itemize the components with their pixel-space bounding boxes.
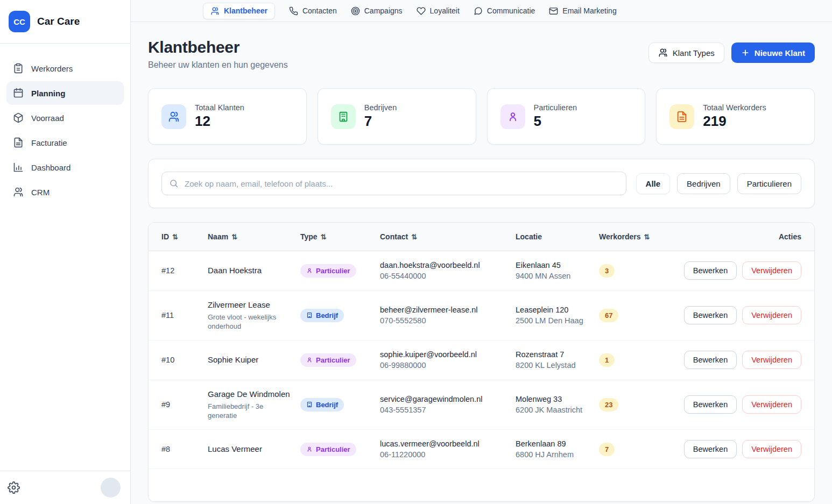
cell-locatie: Leaseplein 120 2500 LM Den Haag — [516, 296, 599, 335]
table-row: #9 Garage De Windmolen Familiebedrijf - … — [149, 380, 814, 430]
gear-icon[interactable] — [8, 481, 20, 494]
werkorders-count-badge: 7 — [599, 443, 615, 456]
nieuwe-klant-button[interactable]: Nieuwe Klant — [731, 42, 815, 63]
stat-value: 5 — [534, 113, 577, 130]
person-icon — [306, 446, 313, 452]
customer-phone: 06-11220000 — [380, 450, 507, 459]
edit-button[interactable]: Bewerken — [684, 351, 737, 369]
tab-email-marketing[interactable]: Email Marketing — [549, 6, 616, 16]
column-header-contact[interactable]: Contact⇅ — [380, 223, 516, 251]
tab-loyaliteit[interactable]: Loyaliteit — [417, 6, 460, 16]
filter-alle[interactable]: Alle — [636, 173, 671, 194]
delete-button[interactable]: Verwijderen — [742, 351, 801, 369]
cell-contact: daan.hoekstra@voorbeeld.nl 06-55440000 — [380, 252, 516, 289]
address-line2: 9400 MN Assen — [516, 271, 590, 281]
stat-card-totaal-klanten: Totaal Klanten 12 — [148, 88, 307, 145]
edit-button[interactable]: Bewerken — [684, 261, 737, 280]
address-line2: 6800 HJ Arnhem — [516, 449, 590, 460]
cell-name: Daan Hoekstra — [208, 257, 300, 285]
customer-email: daan.hoekstra@voorbeeld.nl — [380, 261, 507, 269]
delete-button[interactable]: Verwijderen — [742, 261, 801, 280]
filter-bedrijven[interactable]: Bedrijven — [677, 173, 730, 194]
avatar[interactable] — [101, 478, 121, 498]
target-icon — [351, 6, 360, 16]
type-badge-particulier: Particulier — [300, 264, 356, 278]
person-icon — [500, 104, 525, 129]
table-row: #8 Lucas Vermeer Particulier lucas.verme… — [149, 430, 814, 470]
klant-types-button[interactable]: Klant Types — [648, 42, 724, 63]
table-header-row: ID⇅ Naam⇅ Type⇅ Contact⇅ Locatie Werkord… — [149, 223, 814, 251]
stat-card-particulieren: Particulieren 5 — [487, 88, 646, 145]
customers-table: ID⇅ Naam⇅ Type⇅ Contact⇅ Locatie Werkord… — [148, 222, 815, 502]
cell-name: Lucas Vermeer — [208, 435, 300, 463]
cell-name: Zilvermeer Lease Grote vloot - wekelijks… — [208, 291, 300, 340]
invoice-icon — [13, 137, 24, 148]
column-header-werkorders[interactable]: Werkorders⇅ — [599, 223, 681, 251]
search-icon — [169, 179, 179, 188]
cell-werkorders: 7 — [599, 434, 681, 465]
filter-particulieren[interactable]: Particulieren — [737, 173, 801, 194]
delete-button[interactable]: Verwijderen — [742, 440, 801, 458]
customer-phone: 070-5552580 — [380, 316, 507, 325]
cell-contact: service@garagewindmolen.nl 043-5551357 — [380, 386, 516, 423]
customer-email: service@garagewindmolen.nl — [380, 395, 507, 403]
tab-klantbeheer[interactable]: Klantbeheer — [203, 3, 275, 19]
search-panel: Alle Bedrijven Particulieren — [148, 159, 815, 208]
tab-label: Contacten — [302, 6, 337, 15]
cell-type: Bedrijf — [300, 389, 380, 420]
address-line1: Leaseplein 120 — [516, 304, 590, 315]
tab-label: Email Marketing — [562, 6, 616, 15]
sidebar-item-dashboard[interactable]: Dashboard — [6, 155, 124, 179]
column-header-locatie: Locatie — [516, 223, 599, 251]
edit-button[interactable]: Bewerken — [684, 395, 737, 414]
type-badge-particulier: Particulier — [300, 353, 356, 367]
building-icon — [306, 401, 313, 408]
stat-label: Particulieren — [534, 103, 577, 112]
edit-button[interactable]: Bewerken — [684, 306, 737, 324]
sort-icon: ⇅ — [411, 233, 417, 241]
customer-email: sophie.kuiper@voorbeeld.nl — [380, 350, 507, 359]
edit-button[interactable]: Bewerken — [684, 440, 737, 458]
page-header: Klantbeheer Beheer uw klanten en hun geg… — [148, 38, 815, 70]
column-header-type[interactable]: Type⇅ — [300, 223, 380, 251]
delete-button[interactable]: Verwijderen — [742, 395, 801, 414]
phone-icon — [289, 6, 298, 16]
delete-button[interactable]: Verwijderen — [742, 306, 801, 324]
tab-contacten[interactable]: Contacten — [289, 6, 337, 16]
table-row: #12 Daan Hoekstra Particulier daan.hoeks… — [149, 251, 814, 291]
stat-label: Bedrijven — [364, 103, 397, 112]
users-icon — [210, 6, 220, 16]
cell-id: #9 — [149, 392, 208, 417]
cell-locatie: Molenweg 33 6200 JK Maastricht — [516, 385, 599, 424]
stat-label: Totaal Klanten — [195, 103, 244, 112]
column-header-id[interactable]: ID⇅ — [149, 223, 208, 251]
brand-logo: CC — [9, 11, 30, 32]
sidebar-item-voorraad[interactable]: Voorraad — [6, 106, 124, 130]
cell-contact: beheer@zilvermeer-lease.nl 070-5552580 — [380, 297, 516, 333]
table-row: #11 Zilvermeer Lease Grote vloot - wekel… — [149, 291, 814, 340]
sidebar-item-planning[interactable]: Planning — [6, 81, 124, 105]
cell-id: #10 — [149, 347, 208, 373]
brand: CC Car Care — [0, 0, 130, 44]
werkorders-count-badge: 3 — [599, 264, 615, 278]
sidebar-item-facturatie[interactable]: Facturatie — [6, 131, 124, 154]
sidebar-item-crm[interactable]: CRM — [6, 180, 124, 204]
sidebar-footer — [0, 471, 130, 504]
type-badge-bedrijf: Bedrijf — [300, 309, 344, 322]
content: Klantbeheer Beheer uw klanten en hun geg… — [131, 22, 832, 504]
column-header-naam[interactable]: Naam⇅ — [208, 223, 300, 251]
cell-type: Particulier — [300, 255, 380, 286]
customer-note: Grote vloot - wekelijks onderhoud — [208, 313, 292, 331]
address-line1: Molenweg 33 — [516, 394, 590, 404]
page-title: Klantbeheer — [148, 38, 288, 56]
tab-campaigns[interactable]: Campaigns — [351, 6, 403, 16]
cell-werkorders: 3 — [599, 255, 681, 286]
customer-phone: 043-5551357 — [380, 406, 507, 414]
building-icon — [306, 312, 313, 318]
cell-werkorders: 23 — [599, 389, 681, 420]
search-input[interactable] — [161, 172, 626, 195]
cell-acties: Bewerken Verwijderen — [681, 387, 814, 422]
sidebar-item-werkorders[interactable]: Werkorders — [6, 56, 124, 80]
tab-communicatie[interactable]: Communicatie — [474, 6, 535, 16]
sidebar-item-label: Voorraad — [31, 113, 64, 123]
